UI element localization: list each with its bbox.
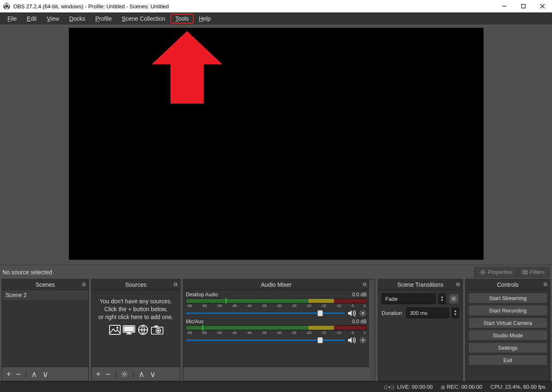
dock-popout-icon[interactable]: ⧉ [544, 281, 547, 287]
sources-header: Sources ⧉ [92, 279, 180, 290]
scene-item[interactable]: Scene 2 [2, 290, 88, 300]
svg-point-18 [157, 329, 160, 332]
control-button[interactable]: Studio Mode [468, 330, 547, 341]
status-cpu: CPU: 23.4%, 60.00 fps [491, 384, 545, 390]
svg-marker-22 [348, 337, 352, 343]
mixer-scrollbar[interactable] [369, 279, 375, 381]
svg-point-7 [524, 271, 528, 274]
svg-rect-1 [522, 5, 525, 8]
dock-popout-icon[interactable]: ⧉ [456, 281, 460, 287]
svg-rect-16 [154, 325, 158, 327]
broadcast-icon: ((●)) [384, 384, 394, 390]
source-down-button[interactable]: ∨ [150, 370, 156, 378]
record-dot-icon [441, 385, 445, 390]
source-properties-button[interactable] [121, 370, 128, 378]
svg-point-19 [124, 373, 126, 375]
controls-dock: Controls ⧉ Start StreamingStart Recordin… [465, 279, 550, 381]
control-button[interactable]: Exit [468, 355, 547, 365]
volume-slider[interactable] [186, 312, 345, 314]
transition-stepper[interactable]: ▲▼ [438, 293, 446, 304]
properties-label: Properties [488, 269, 512, 275]
channel-settings-button[interactable] [359, 310, 367, 317]
add-source-button[interactable]: + [96, 370, 101, 378]
menu-view[interactable]: View [42, 14, 64, 24]
docks-row: Scenes ⧉ Scene 2 + − ∧ ∨ Sources ⧉ Y [0, 279, 552, 381]
menu-docks[interactable]: Docks [64, 14, 90, 24]
filters-button[interactable]: Filters [517, 267, 549, 278]
add-scene-button[interactable]: + [6, 370, 11, 378]
level-meter [186, 325, 367, 330]
controls-header: Controls ⧉ [466, 279, 550, 290]
svg-rect-12 [127, 333, 131, 334]
svg-marker-20 [348, 310, 352, 316]
remove-scene-button[interactable]: − [16, 370, 21, 378]
image-source-icon [109, 324, 121, 335]
channel-settings-button[interactable] [359, 336, 367, 344]
transition-settings-button[interactable] [448, 293, 459, 304]
status-bar: ((●)) LIVE: 00:00:00 REC: 00:00:00 CPU: … [0, 381, 552, 392]
mixer-channel: Mic/Aux0.0 dB -60-55-50-45-40-35-30-25-2… [183, 317, 369, 344]
menu-scene-collection[interactable]: Scene Collection [117, 14, 170, 24]
properties-button[interactable]: Properties [475, 267, 517, 278]
svg-point-21 [362, 312, 364, 315]
transition-select[interactable]: Fade [382, 293, 436, 304]
dock-popout-icon[interactable]: ⧉ [174, 281, 178, 287]
svg-marker-4 [152, 31, 222, 104]
app-frame: File Edit View Docks Profile Scene Colle… [0, 12, 552, 392]
control-button[interactable]: Start Recording [468, 305, 547, 316]
control-button[interactable]: Settings [468, 342, 547, 353]
sources-empty-hint: You don't have any sources. Click the + … [92, 290, 180, 338]
scene-down-button[interactable]: ∨ [42, 370, 49, 378]
transitions-header: Scene Transitions ⧉ [378, 279, 462, 290]
transitions-dock: Scene Transitions ⧉ Fade ▲▼ Duration 300… [378, 279, 463, 381]
menu-tools[interactable]: Tools [170, 14, 194, 24]
menu-file[interactable]: File [2, 14, 22, 24]
preview-canvas[interactable] [69, 28, 484, 260]
channel-name: Mic/Aux [186, 319, 204, 324]
svg-point-24 [453, 298, 455, 300]
control-button[interactable]: Start Virtual Camera [468, 317, 547, 328]
dock-popout-icon[interactable]: ⧉ [82, 281, 86, 287]
obs-app-icon [3, 3, 10, 10]
control-button[interactable]: Start Streaming [468, 293, 547, 303]
display-source-icon [123, 324, 135, 335]
menu-edit[interactable]: Edit [22, 14, 42, 24]
menu-help[interactable]: Help [194, 14, 216, 24]
status-rec: REC: 00:00:00 [447, 384, 482, 390]
svg-rect-13 [126, 334, 132, 334]
dock-popout-icon[interactable]: ⧉ [363, 281, 367, 287]
window-titlebar: OBS 27.2.4 (64-bit, windows) - Profile: … [0, 0, 552, 12]
duration-label: Duration [382, 310, 402, 316]
scenes-header: Scenes ⧉ [2, 279, 88, 290]
preview-area [0, 24, 552, 265]
svg-point-5 [482, 271, 484, 273]
audio-mixer-dock: Audio Mixer ⧉ Desktop Audio0.0 dB -60-55… [183, 279, 375, 381]
speaker-icon[interactable] [348, 336, 357, 344]
status-live: LIVE: 00:00:00 [397, 384, 433, 390]
svg-point-23 [362, 339, 364, 341]
volume-slider[interactable] [186, 339, 345, 341]
maximize-button[interactable] [514, 0, 533, 12]
scenes-footer: + − ∧ ∨ [2, 367, 88, 381]
channel-db: 0.0 dB [352, 292, 367, 298]
filters-label: Filters [530, 269, 545, 275]
sources-dock: Sources ⧉ You don't have any sources. Cl… [91, 279, 180, 381]
scene-up-button[interactable]: ∧ [31, 370, 37, 378]
svg-rect-11 [124, 327, 134, 332]
duration-input[interactable]: 300 ms [406, 307, 449, 318]
speaker-icon[interactable] [348, 310, 357, 317]
source-toolbar: No source selected Properties Filters [0, 265, 552, 279]
minimize-button[interactable] [495, 0, 514, 12]
channel-name: Desktop Audio [186, 292, 218, 298]
source-up-button[interactable]: ∧ [139, 370, 145, 378]
window-title: OBS 27.2.4 (64-bit, windows) - Profile: … [13, 3, 169, 10]
menu-profile[interactable]: Profile [90, 14, 117, 24]
annotation-arrow-icon [152, 31, 222, 106]
menu-bar: File Edit View Docks Profile Scene Colle… [0, 13, 552, 24]
duration-stepper[interactable]: ▲▼ [452, 307, 459, 318]
remove-source-button[interactable]: − [106, 370, 111, 378]
camera-source-icon [151, 324, 163, 335]
sources-footer: + − ∧ ∨ [92, 367, 180, 381]
close-button[interactable] [533, 0, 552, 12]
channel-db: 0.0 dB [352, 319, 367, 324]
